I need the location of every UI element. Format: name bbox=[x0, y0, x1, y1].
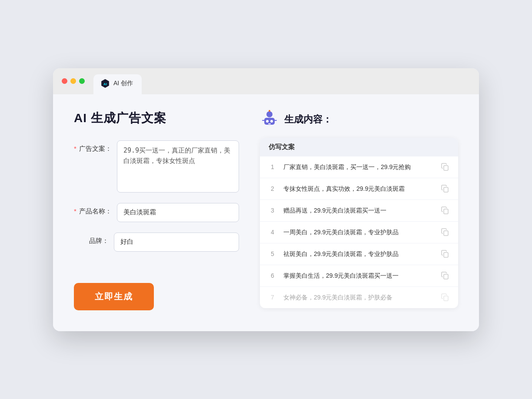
svg-rect-16 bbox=[444, 274, 448, 279]
result-text-3: 赠品再送，29.9元美白淡斑霜买一送一 bbox=[283, 206, 434, 215]
svg-point-8 bbox=[269, 110, 270, 112]
svg-rect-17 bbox=[444, 296, 448, 301]
result-row-3: 3 赠品再送，29.9元美白淡斑霜买一送一 bbox=[260, 200, 458, 222]
result-num-2: 2 bbox=[269, 185, 276, 192]
product-name-label: * 产品名称： bbox=[74, 203, 112, 216]
product-name-input[interactable] bbox=[117, 203, 239, 222]
svg-rect-6 bbox=[268, 123, 271, 124]
brand-group: 品牌： bbox=[74, 233, 239, 252]
result-text-5: 祛斑美白，29.9元美白淡斑霜，专业护肤品 bbox=[283, 249, 434, 259]
result-row-6: 6 掌握美白生活，29.9元美白淡斑霜买一送一 bbox=[260, 265, 458, 287]
browser-window: AI AI 创作 AI 生成广告文案 * 广告文案： 29.9买一送一，真正的厂… bbox=[53, 68, 479, 331]
result-text-2: 专抹女性斑点，真实功效，29.9元美白淡斑霜 bbox=[283, 184, 434, 193]
result-row-5: 5 祛斑美白，29.9元美白淡斑霜，专业护肤品 bbox=[260, 243, 458, 265]
copy-icon-3[interactable] bbox=[441, 206, 449, 215]
right-title: 生成内容： bbox=[284, 113, 332, 126]
result-text-6: 掌握美白生活，29.9元美白淡斑霜买一送一 bbox=[283, 271, 434, 280]
svg-rect-15 bbox=[444, 253, 448, 257]
right-header: 生成内容： bbox=[260, 110, 458, 129]
result-row-4: 4 一周美白，29.9元美白淡斑霜，专业护肤品 bbox=[260, 222, 458, 243]
robot-icon bbox=[260, 110, 279, 129]
result-row-2: 2 专抹女性斑点，真实功效，29.9元美白淡斑霜 bbox=[260, 178, 458, 200]
results-header: 仿写文案 bbox=[260, 138, 458, 156]
traffic-lights bbox=[62, 78, 85, 90]
close-button[interactable] bbox=[62, 78, 67, 84]
generate-button[interactable]: 立即生成 bbox=[74, 283, 154, 310]
copy-icon-4[interactable] bbox=[441, 228, 449, 236]
browser-titlebar: AI AI 创作 bbox=[53, 68, 479, 94]
maximize-button[interactable] bbox=[79, 78, 85, 84]
ad-copy-group: * 广告文案： 29.9买一送一，真正的厂家直销，美白淡斑霜，专抹女性斑点 bbox=[74, 140, 239, 193]
svg-point-5 bbox=[270, 120, 273, 123]
result-num-1: 1 bbox=[269, 163, 276, 170]
result-num-4: 4 bbox=[269, 229, 276, 236]
brand-input[interactable] bbox=[114, 233, 239, 252]
result-num-3: 3 bbox=[269, 207, 276, 214]
copy-icon-7[interactable] bbox=[441, 293, 449, 302]
results-card: 仿写文案 1 厂家直销，美白淡斑霜，买一送一，29.9元抢购 2 专抹女性斑点，… bbox=[260, 138, 458, 308]
ad-copy-input[interactable]: 29.9买一送一，真正的厂家直销，美白淡斑霜，专抹女性斑点 bbox=[117, 140, 239, 193]
required-star-1: * bbox=[74, 145, 76, 152]
result-num-5: 5 bbox=[269, 250, 276, 257]
result-text-7: 女神必备，29.9元美白淡斑霜，护肤必备 bbox=[283, 293, 434, 302]
copy-icon-6[interactable] bbox=[441, 271, 449, 280]
svg-rect-13 bbox=[444, 209, 448, 214]
ad-copy-label: * 广告文案： bbox=[74, 140, 112, 153]
brand-label: 品牌： bbox=[74, 233, 109, 245]
right-panel: 生成内容： 仿写文案 1 厂家直销，美白淡斑霜，买一送一，29.9元抢购 2 专… bbox=[260, 110, 458, 310]
page-title: AI 生成广告文案 bbox=[74, 110, 239, 126]
result-row-7: 7 女神必备，29.9元美白淡斑霜，护肤必备 bbox=[260, 287, 458, 308]
svg-point-4 bbox=[266, 120, 269, 123]
copy-icon-2[interactable] bbox=[441, 184, 449, 193]
copy-icon-1[interactable] bbox=[441, 163, 449, 171]
result-text-4: 一周美白，29.9元美白淡斑霜，专业护肤品 bbox=[283, 228, 434, 237]
browser-tab[interactable]: AI AI 创作 bbox=[93, 74, 142, 94]
product-name-group: * 产品名称： bbox=[74, 203, 239, 222]
result-text-1: 厂家直销，美白淡斑霜，买一送一，29.9元抢购 bbox=[283, 163, 434, 172]
svg-rect-14 bbox=[444, 231, 448, 236]
browser-content: AI 生成广告文案 * 广告文案： 29.9买一送一，真正的厂家直销，美白淡斑霜… bbox=[53, 94, 479, 331]
svg-rect-11 bbox=[444, 166, 448, 170]
svg-text:AI: AI bbox=[103, 82, 107, 86]
left-panel: AI 生成广告文案 * 广告文案： 29.9买一送一，真正的厂家直销，美白淡斑霜… bbox=[74, 110, 239, 310]
minimize-button[interactable] bbox=[70, 78, 76, 84]
svg-rect-12 bbox=[444, 187, 448, 192]
result-num-6: 6 bbox=[269, 272, 276, 279]
tab-label: AI 创作 bbox=[113, 80, 133, 87]
result-num-7: 7 bbox=[269, 294, 276, 301]
required-star-2: * bbox=[74, 207, 76, 215]
copy-icon-5[interactable] bbox=[441, 249, 449, 258]
result-row-1: 1 厂家直销，美白淡斑霜，买一送一，29.9元抢购 bbox=[260, 156, 458, 178]
ai-tab-icon: AI bbox=[100, 79, 110, 88]
